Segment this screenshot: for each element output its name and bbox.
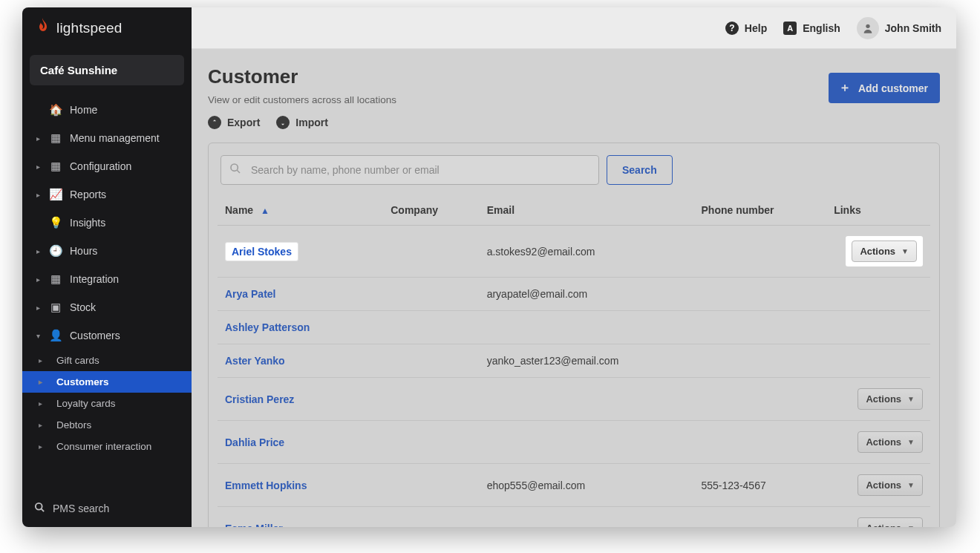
cell-email: [480, 378, 694, 421]
col-name[interactable]: Name ▲: [218, 195, 383, 226]
nav-icon: ▦: [49, 272, 62, 286]
cell-company: [383, 464, 479, 507]
sidebar-subitem-loyalty-cards[interactable]: ▸Loyalty cards: [22, 393, 192, 414]
page-subtitle: View or edit customers across all locati…: [208, 94, 396, 105]
actions-button[interactable]: Actions▼: [858, 474, 923, 496]
cell-email: a.stokes92@email.com: [480, 226, 694, 278]
customer-link[interactable]: Emmett Hopkins: [225, 480, 307, 491]
customer-link[interactable]: Ariel Stokes: [232, 246, 292, 258]
cell-phone: 555-123-4567: [694, 464, 827, 507]
sidebar-subitem-customers[interactable]: ▸Customers: [22, 371, 192, 393]
cell-links: Actions▼: [826, 421, 930, 464]
cell-phone: [694, 421, 827, 464]
nav-icon: 🏠: [49, 103, 62, 117]
chevron-icon: ▸: [39, 356, 42, 364]
nav-label: Insights: [70, 217, 105, 229]
customer-card: Search Name ▲ Company Email Phone number: [208, 143, 940, 527]
table-row: Dahlia PriceActions▼: [218, 421, 930, 464]
sidebar-subitem-debtors[interactable]: ▸Debtors: [22, 414, 192, 436]
col-phone[interactable]: Phone number: [694, 195, 827, 226]
customer-link[interactable]: Ashley Patterson: [225, 321, 310, 333]
sidebar-footer-label: PMS search: [53, 503, 109, 514]
language-label: English: [803, 22, 840, 34]
cell-email: aryapatel@email.com: [480, 278, 694, 311]
user-label: John Smith: [885, 22, 941, 34]
language-icon: A: [783, 22, 797, 35]
search-icon: [229, 163, 241, 177]
sidebar-footer-item[interactable]: PMS search: [22, 489, 192, 527]
import-button[interactable]: Import: [276, 116, 328, 129]
chevron-icon: ▸: [34, 191, 42, 199]
chevron-down-icon: ▼: [907, 395, 915, 403]
table-row: Emmett Hopkinsehop555@email.com555-123-4…: [218, 464, 930, 507]
actions-button[interactable]: Actions▼: [852, 240, 917, 262]
svg-line-1: [41, 508, 44, 511]
export-button[interactable]: Export: [208, 116, 260, 129]
sidebar-item-home[interactable]: 🏠Home: [22, 96, 192, 124]
cell-email: ehop555@email.com: [480, 464, 694, 507]
sidebar-item-customers[interactable]: ▾👤Customers: [22, 321, 192, 350]
sidebar-item-reports[interactable]: ▸📈Reports: [22, 180, 192, 209]
cell-links: [826, 278, 930, 311]
table-row: Ariel Stokesa.stokes92@email.comActions▼: [218, 226, 930, 278]
customer-link[interactable]: Arya Patel: [225, 288, 275, 300]
sidebar-subitem-gift-cards[interactable]: ▸Gift cards: [22, 350, 192, 371]
sub-label: Customers: [56, 376, 109, 387]
chevron-down-icon: ▼: [907, 524, 915, 527]
col-email[interactable]: Email: [480, 195, 694, 226]
table-row: Arya Patelaryapatel@email.com: [218, 278, 930, 311]
actions-button[interactable]: Actions▼: [858, 517, 923, 527]
cell-phone: [694, 226, 827, 278]
customer-link[interactable]: Dahlia Price: [225, 436, 284, 448]
search-input[interactable]: [220, 155, 599, 185]
help-button[interactable]: ? Help: [725, 22, 767, 35]
cell-company: [383, 378, 479, 421]
cell-phone: [694, 378, 827, 421]
svg-point-2: [866, 24, 869, 27]
main: ? Help A English John Smith Customer Vie…: [192, 7, 956, 527]
nav-icon: 👤: [49, 329, 62, 342]
add-customer-button[interactable]: ＋ Add customer: [829, 73, 940, 103]
plus-icon: ＋: [839, 80, 851, 96]
toolbar: Export Import: [208, 116, 396, 129]
topbar: ? Help A English John Smith: [192, 7, 956, 49]
export-icon: [208, 116, 221, 129]
actions-button[interactable]: Actions▼: [858, 431, 923, 453]
tenant-selector[interactable]: Café Sunshine: [30, 55, 184, 85]
sub-label: Loyalty cards: [56, 398, 116, 409]
user-menu[interactable]: John Smith: [857, 17, 941, 39]
sidebar-item-menu-management[interactable]: ▸▦Menu management: [22, 124, 192, 152]
nav-label: Reports: [70, 189, 106, 200]
customer-link[interactable]: Aster Yanko: [225, 355, 285, 367]
sidebar-item-stock[interactable]: ▸▣Stock: [22, 293, 192, 321]
chevron-down-icon: ▼: [907, 438, 915, 446]
language-switcher[interactable]: A English: [783, 22, 840, 35]
sidebar-item-hours[interactable]: ▸🕘Hours: [22, 237, 192, 265]
sidebar-item-configuration[interactable]: ▸▦Configuration: [22, 152, 192, 180]
chevron-icon: ▸: [34, 247, 42, 255]
nav-label: Configuration: [70, 160, 131, 172]
sidebar-nav: 🏠Home▸▦Menu management▸▦Configuration▸📈R…: [22, 93, 192, 460]
table-row: Esme MillerActions▼: [218, 507, 930, 528]
brand: lightspeed: [22, 7, 192, 49]
nav-label: Stock: [70, 301, 96, 313]
actions-button[interactable]: Actions▼: [858, 388, 923, 410]
customer-table: Name ▲ Company Email Phone number Links …: [218, 195, 930, 527]
customer-link[interactable]: Cristian Perez: [225, 393, 294, 405]
table-row: Aster Yankoyanko_aster123@email.com: [218, 344, 930, 378]
cell-email: [480, 507, 694, 528]
sidebar-item-insights[interactable]: 💡Insights: [22, 209, 192, 237]
sidebar-subitem-consumer-interaction[interactable]: ▸Consumer interaction: [22, 436, 192, 457]
chevron-icon: ▸: [34, 275, 42, 284]
nav-label: Hours: [70, 245, 97, 257]
svg-line-4: [237, 170, 240, 173]
page-title: Customer: [208, 65, 396, 88]
search-button[interactable]: Search: [607, 155, 673, 185]
app-frame: lightspeed Café Sunshine 🏠Home▸▦Menu man…: [22, 7, 956, 527]
nav-icon: 💡: [49, 216, 62, 229]
sidebar-item-integration[interactable]: ▸▦Integration: [22, 265, 192, 293]
sub-label: Consumer interaction: [56, 441, 151, 452]
col-company[interactable]: Company: [383, 195, 479, 226]
customer-link[interactable]: Esme Miller: [225, 523, 283, 528]
chevron-down-icon: ▼: [907, 481, 915, 489]
